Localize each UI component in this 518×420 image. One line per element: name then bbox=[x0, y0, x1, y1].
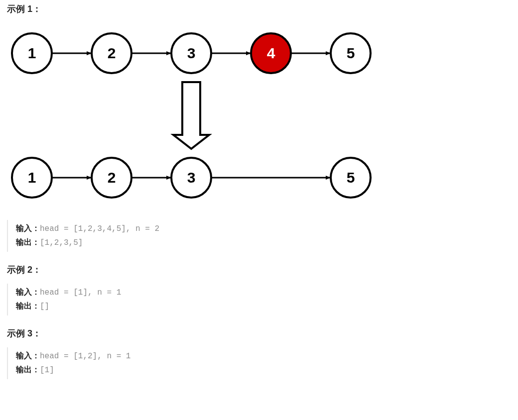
example-1-input: 输入：head = [1,2,3,4,5], n = 2 bbox=[16, 222, 511, 236]
input-label: 输入： bbox=[16, 224, 40, 232]
example-2-code: 输入：head = [1], n = 1 输出：[] bbox=[7, 284, 511, 315]
node-label: 5 bbox=[347, 45, 355, 61]
example-1-output: 输出：[1,2,3,5] bbox=[16, 236, 511, 250]
node-label: 1 bbox=[28, 45, 36, 61]
example-3-input: 输入：head = [1,2], n = 1 bbox=[16, 349, 511, 363]
output-label: 输出： bbox=[16, 238, 40, 246]
node-label: 2 bbox=[108, 169, 116, 186]
example-3-heading: 示例 3： bbox=[7, 326, 511, 341]
input-value: head = [1,2,3,4,5], n = 2 bbox=[40, 224, 159, 233]
node-label: 5 bbox=[347, 169, 355, 186]
input-value: head = [1,2], n = 1 bbox=[40, 352, 130, 361]
example-3-output: 输出：[1] bbox=[16, 363, 511, 377]
input-label: 输入： bbox=[16, 288, 40, 296]
output-label: 输出： bbox=[16, 365, 40, 374]
output-value: [1] bbox=[40, 366, 54, 375]
diagram-svg: 123451235 bbox=[7, 23, 440, 208]
input-value: head = [1], n = 1 bbox=[40, 288, 121, 297]
example-2-output: 输出：[] bbox=[16, 300, 511, 314]
input-label: 输入： bbox=[16, 351, 40, 360]
example-2-heading: 示例 2： bbox=[7, 263, 511, 277]
output-value: [] bbox=[40, 302, 49, 311]
example-2-input: 输入：head = [1], n = 1 bbox=[16, 286, 511, 300]
example-3-code: 输入：head = [1,2], n = 1 输出：[1] bbox=[7, 347, 511, 379]
example-1-code: 输入：head = [1,2,3,4,5], n = 2 输出：[1,2,3,5… bbox=[7, 220, 511, 251]
linked-list-diagram: 123451235 bbox=[7, 23, 511, 211]
example-1-heading: 示例 1： bbox=[7, 2, 511, 16]
output-value: [1,2,3,5] bbox=[40, 238, 83, 247]
node-label: 2 bbox=[108, 45, 116, 61]
down-arrow-icon bbox=[173, 82, 209, 149]
node-label: 3 bbox=[187, 169, 196, 186]
output-label: 输出： bbox=[16, 302, 40, 310]
node-label: 1 bbox=[28, 169, 36, 186]
node-label: 4 bbox=[267, 45, 275, 61]
node-label: 3 bbox=[187, 45, 196, 61]
